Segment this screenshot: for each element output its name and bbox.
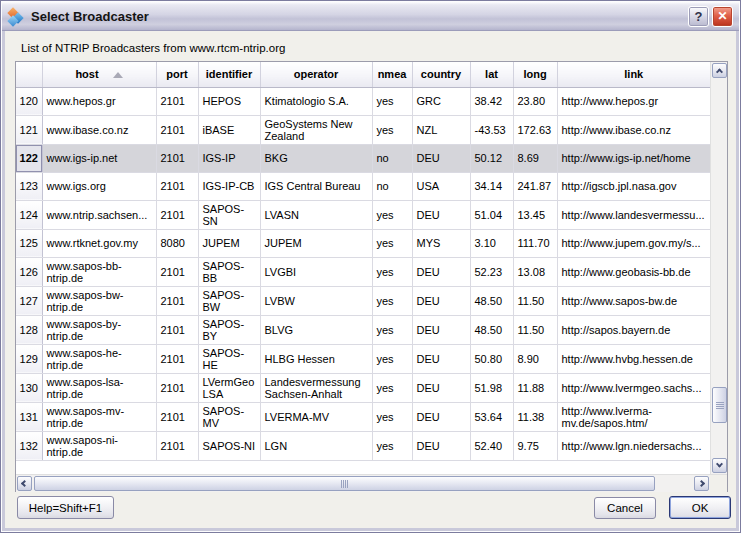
cell-lat[interactable]: 53.64 (470, 402, 513, 431)
cell-nmea[interactable]: yes (372, 286, 412, 315)
cell-identifier[interactable]: HEPOS (198, 87, 260, 115)
cell-long[interactable]: 23.80 (513, 87, 557, 115)
row-header-121[interactable]: 121 (16, 115, 42, 144)
title-bar[interactable]: Select Broadcaster ? ✕ (2, 2, 739, 31)
cell-operator[interactable]: BKG (260, 144, 372, 172)
cell-operator[interactable]: LVASN (260, 200, 372, 229)
cell-identifier[interactable]: SAPOS-BB (198, 257, 260, 286)
column-header-host[interactable]: host (42, 62, 156, 87)
cell-host[interactable]: www.sapos-ni-ntrip.de (42, 431, 156, 460)
cell-host[interactable]: www.hepos.gr (42, 87, 156, 115)
cell-host[interactable]: www.sapos-he-ntrip.de (42, 344, 156, 373)
column-header-operator[interactable]: operator (260, 62, 372, 87)
cell-identifier[interactable]: IGS-IP (198, 144, 260, 172)
cell-country[interactable]: DEU (412, 144, 470, 172)
cell-link[interactable]: http://www.lvermgeo.sachs... (557, 373, 710, 402)
cell-port[interactable]: 2101 (156, 257, 198, 286)
context-help-button[interactable]: ? (688, 6, 709, 27)
table-row[interactable]: 123www.igs.org2101IGS-IP-CBIGS Central B… (16, 172, 710, 200)
table-row[interactable]: 126www.sapos-bb-ntrip.de2101SAPOS-BBLVGB… (16, 257, 710, 286)
cell-lat[interactable]: 48.50 (470, 315, 513, 344)
cell-nmea[interactable]: no (372, 172, 412, 200)
cell-link[interactable]: http://www.hepos.gr (557, 87, 710, 115)
cell-identifier[interactable]: JUPEM (198, 229, 260, 257)
cell-link[interactable]: http://www.landesvermessu... (557, 200, 710, 229)
table-row[interactable]: 121www.ibase.co.nz2101iBASEGeoSystems Ne… (16, 115, 710, 144)
cell-port[interactable]: 2101 (156, 315, 198, 344)
scroll-up-button[interactable] (712, 63, 727, 78)
cell-host[interactable]: www.ibase.co.nz (42, 115, 156, 144)
cell-link[interactable]: http://www.sapos-bw.de (557, 286, 710, 315)
horizontal-scroll-thumb[interactable] (34, 476, 655, 491)
cell-nmea[interactable]: yes (372, 315, 412, 344)
cell-port[interactable]: 2101 (156, 402, 198, 431)
help-button[interactable]: Help=Shift+F1 (17, 496, 114, 519)
cell-link[interactable]: http://www.jupem.gov.my/s... (557, 229, 710, 257)
row-header-130[interactable]: 130 (16, 373, 42, 402)
column-header-link[interactable]: link (557, 62, 710, 87)
cell-country[interactable]: GRC (412, 87, 470, 115)
cell-operator[interactable]: GeoSystems New Zealand (260, 115, 372, 144)
cell-port[interactable]: 2101 (156, 144, 198, 172)
table-row[interactable]: 129www.sapos-he-ntrip.de2101SAPOS-HEHLBG… (16, 344, 710, 373)
row-header-124[interactable]: 124 (16, 200, 42, 229)
scroll-down-button[interactable] (712, 458, 727, 473)
cell-port[interactable]: 2101 (156, 87, 198, 115)
cell-long[interactable]: 11.50 (513, 286, 557, 315)
row-header-125[interactable]: 125 (16, 229, 42, 257)
table-row[interactable]: 132www.sapos-ni-ntrip.de2101SAPOS-NILGNy… (16, 431, 710, 460)
cell-country[interactable]: MYS (412, 229, 470, 257)
cell-identifier[interactable]: SAPOS-BW (198, 286, 260, 315)
cell-country[interactable]: DEU (412, 402, 470, 431)
cell-port[interactable]: 2101 (156, 200, 198, 229)
cell-identifier[interactable]: LVermGeoLSA (198, 373, 260, 402)
cell-identifier[interactable]: SAPOS-MV (198, 402, 260, 431)
cell-host[interactable]: www.rtknet.gov.my (42, 229, 156, 257)
cell-lat[interactable]: -43.53 (470, 115, 513, 144)
cell-host[interactable]: www.sapos-bw-ntrip.de (42, 286, 156, 315)
cell-host[interactable]: www.sapos-mv-ntrip.de (42, 402, 156, 431)
column-header-lat[interactable]: lat (470, 62, 513, 87)
cell-link[interactable]: http://igscb.jpl.nasa.gov (557, 172, 710, 200)
table-row[interactable]: 124www.ntrip.sachsen...2101SAPOS-SNLVASN… (16, 200, 710, 229)
cell-host[interactable]: www.sapos-lsa-ntrip.de (42, 373, 156, 402)
cell-operator[interactable]: LGN (260, 431, 372, 460)
close-icon[interactable]: ✕ (712, 6, 733, 27)
cell-nmea[interactable]: yes (372, 115, 412, 144)
cell-link[interactable]: http://www.hvbg.hessen.de (557, 344, 710, 373)
cell-country[interactable]: DEU (412, 257, 470, 286)
cell-port[interactable]: 2101 (156, 373, 198, 402)
row-header-128[interactable]: 128 (16, 315, 42, 344)
cell-long[interactable]: 8.69 (513, 144, 557, 172)
cell-link[interactable]: http://www.geobasis-bb.de (557, 257, 710, 286)
cell-lat[interactable]: 51.04 (470, 200, 513, 229)
cell-country[interactable]: DEU (412, 431, 470, 460)
cell-identifier[interactable]: IGS-IP-CB (198, 172, 260, 200)
cell-link[interactable]: http://www.igs-ip.net/home (557, 144, 710, 172)
row-header-126[interactable]: 126 (16, 257, 42, 286)
cell-nmea[interactable]: yes (372, 200, 412, 229)
cell-nmea[interactable]: yes (372, 344, 412, 373)
cell-host[interactable]: www.sapos-by-ntrip.de (42, 315, 156, 344)
cell-country[interactable]: DEU (412, 315, 470, 344)
cell-identifier[interactable]: iBASE (198, 115, 260, 144)
cell-operator[interactable]: LVGBI (260, 257, 372, 286)
cell-host[interactable]: www.sapos-bb-ntrip.de (42, 257, 156, 286)
cell-nmea[interactable]: yes (372, 257, 412, 286)
cell-nmea[interactable]: no (372, 144, 412, 172)
cell-link[interactable]: http://sapos.bayern.de (557, 315, 710, 344)
cell-nmea[interactable]: yes (372, 402, 412, 431)
cell-port[interactable]: 2101 (156, 172, 198, 200)
row-header-132[interactable]: 132 (16, 431, 42, 460)
cell-long[interactable]: 13.08 (513, 257, 557, 286)
cell-operator[interactable]: JUPEM (260, 229, 372, 257)
cell-operator[interactable]: Landesvermessung Sachsen-Anhalt (260, 373, 372, 402)
cell-port[interactable]: 2101 (156, 286, 198, 315)
ok-button[interactable]: OK (669, 496, 731, 519)
cell-port[interactable]: 2101 (156, 431, 198, 460)
column-header-nmea[interactable]: nmea (372, 62, 412, 87)
table-row[interactable]: 131www.sapos-mv-ntrip.de2101SAPOS-MVLVER… (16, 402, 710, 431)
row-header-122[interactable]: 122 (16, 144, 42, 172)
cell-long[interactable]: 111.70 (513, 229, 557, 257)
cell-operator[interactable]: LVERMA-MV (260, 402, 372, 431)
